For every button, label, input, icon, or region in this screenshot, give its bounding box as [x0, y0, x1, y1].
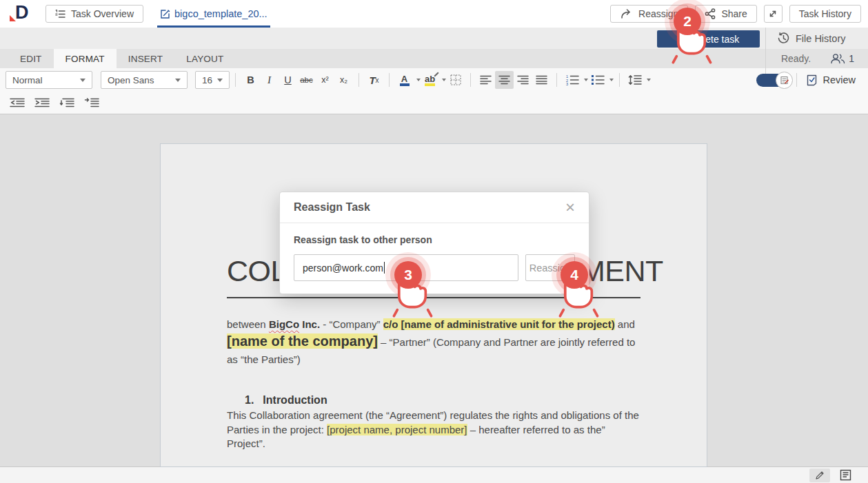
collapse-button[interactable]: [764, 5, 783, 23]
superscript-button[interactable]: x²: [316, 71, 334, 89]
numbered-list-icon: [55, 10, 65, 19]
ribbon-tab-format[interactable]: FORMAT: [54, 49, 117, 68]
diagonal-resize-icon: [769, 10, 777, 18]
align-left-icon: [481, 76, 491, 84]
bold-button[interactable]: B: [241, 71, 260, 89]
font-family-select[interactable]: Open Sans: [101, 71, 188, 89]
review-button[interactable]: Review: [807, 74, 856, 86]
modal-body: Reassign task to other person person@wor…: [280, 223, 589, 294]
title-underline: [227, 297, 640, 298]
align-center-icon: [499, 76, 509, 84]
toggle-knob: [776, 72, 793, 89]
edit-mode-button[interactable]: [809, 469, 830, 482]
share-button[interactable]: Share: [695, 5, 756, 23]
chevron-down-icon: [175, 79, 181, 82]
text-segment: BigCo: [269, 318, 299, 330]
collaborator-count: 1: [849, 53, 854, 64]
document-paragraph: between BigCo Inc. - “Company” c/o [name…: [227, 316, 640, 368]
highlight-button[interactable]: ab: [421, 71, 439, 89]
file-history-label: File History: [796, 33, 846, 44]
text-segment: and: [615, 318, 635, 330]
action-bar-divider: [765, 28, 766, 76]
chevron-down-icon: [80, 79, 85, 82]
font-color-glyph: A: [401, 75, 407, 83]
complete-task-button[interactable]: Complete task: [657, 30, 760, 48]
line-spacing-button[interactable]: [625, 71, 644, 89]
close-icon[interactable]: ×: [565, 201, 575, 214]
reassign-button[interactable]: Reassign: [610, 5, 688, 23]
numbered-list-icon: 1 2 3: [565, 74, 579, 85]
app-logo[interactable]: D: [10, 3, 33, 24]
task-overview-button[interactable]: Task Overview: [46, 5, 143, 23]
notes-button[interactable]: [840, 469, 851, 481]
share-label: Share: [721, 8, 747, 19]
review-label: Review: [822, 74, 856, 85]
text-segment: Inc.: [299, 318, 320, 330]
ribbon-tab-insert[interactable]: INSERT: [117, 49, 174, 68]
paragraph-style-select[interactable]: Normal: [6, 71, 92, 89]
underline-button[interactable]: U: [279, 71, 297, 89]
top-tab-bar: D Task Overview bigco_template_20...: [0, 0, 868, 28]
ribbon-status-area: Ready. 1: [781, 49, 868, 68]
align-left-button[interactable]: [476, 71, 495, 89]
bullet-list-icon: [591, 74, 605, 85]
clear-formatting-button[interactable]: Tx: [365, 71, 383, 89]
pencil-icon: [815, 471, 825, 480]
strikethrough-button[interactable]: abc: [297, 71, 316, 89]
document-heading: 1.Introduction: [227, 394, 640, 407]
increase-indent-button[interactable]: [33, 94, 51, 111]
first-line-indent-button[interactable]: [83, 94, 101, 111]
italic-button[interactable]: I: [260, 71, 279, 89]
clear-formatting-glyph: T: [369, 74, 375, 86]
toolbar-separator: [796, 73, 797, 87]
status-text: Ready.: [781, 53, 811, 64]
toolbar-separator: [389, 73, 390, 87]
font-size-select[interactable]: 16: [195, 71, 230, 89]
text-segment: between: [227, 318, 269, 330]
toolbar-separator: [619, 73, 620, 87]
hanging-indent-button[interactable]: [58, 94, 76, 111]
toolbar-separator: [235, 73, 236, 87]
align-justify-button[interactable]: [532, 71, 551, 89]
ribbon-tab-edit[interactable]: EDIT: [8, 49, 54, 68]
tab-document[interactable]: bigco_template_20...: [157, 0, 270, 28]
decrease-indent-button[interactable]: [8, 94, 26, 111]
chevron-down-icon[interactable]: [609, 79, 614, 81]
text-segment: c/o [name of administrative unit for the…: [383, 318, 615, 330]
collaborators-indicator[interactable]: 1: [830, 53, 854, 64]
svg-text:3: 3: [566, 82, 568, 85]
reassign-task-modal: Reassign Task × Reassign task to other p…: [279, 192, 589, 294]
toolbar-separator: [556, 73, 557, 87]
first-line-indent-icon: [84, 98, 99, 107]
action-bar: Complete task File History: [0, 28, 868, 49]
align-right-icon: [518, 76, 528, 84]
subscript-button[interactable]: x₂: [334, 71, 353, 89]
borders-grid-icon: [450, 74, 461, 85]
toolbar-right-group: Review: [756, 73, 868, 87]
font-color-button[interactable]: A: [395, 71, 414, 89]
chevron-down-icon[interactable]: [647, 79, 651, 81]
align-justify-icon: [536, 76, 547, 84]
ribbon-tab-layout[interactable]: LAYOUT: [174, 49, 235, 68]
indent-toolbar: [0, 92, 868, 114]
align-center-button[interactable]: [495, 71, 514, 89]
reassign-confirm-button[interactable]: Reassign: [525, 254, 575, 281]
file-history-button[interactable]: File History: [778, 30, 846, 47]
task-history-button[interactable]: Task History: [789, 5, 861, 23]
modal-header: Reassign Task ×: [280, 192, 589, 223]
toolbar-separator: [359, 73, 359, 87]
font-color-swatch: [400, 83, 410, 86]
borders-button[interactable]: [446, 71, 465, 89]
logo-letter: D: [15, 2, 29, 23]
line-spacing-icon: [628, 74, 642, 85]
align-right-button[interactable]: [514, 71, 532, 89]
toolbar-separator: [470, 73, 471, 87]
clear-formatting-x: x: [376, 76, 379, 84]
highlight-glyph: ab: [425, 75, 435, 83]
track-changes-toggle[interactable]: [756, 74, 785, 87]
reassign-email-input[interactable]: person@work.com: [294, 254, 518, 281]
font-size-value: 16: [202, 75, 212, 85]
numbered-list-button[interactable]: 1 2 3: [563, 71, 581, 89]
bullet-list-button[interactable]: [588, 71, 607, 89]
app-window: D Task Overview bigco_template_20...: [0, 0, 868, 483]
